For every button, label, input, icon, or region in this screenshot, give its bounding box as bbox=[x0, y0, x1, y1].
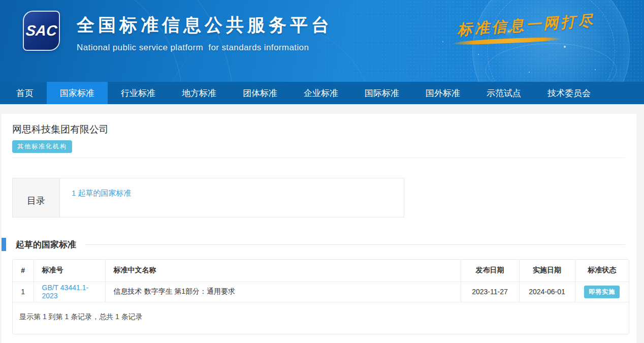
table-header-row: # 标准号 标准中文名称 发布日期 实施日期 标准状态 bbox=[13, 260, 629, 282]
content-card: 网思科技集团有限公司 其他标准化机构 目录 1 起草的国家标准 起草的国家标准 … bbox=[2, 114, 636, 343]
nav-item-international-standards[interactable]: 国际标准 bbox=[351, 82, 412, 104]
site-header: SAC 全国标准信息公共服务平台 National public service… bbox=[0, 0, 644, 82]
site-title: 全国标准信息公共服务平台 bbox=[77, 13, 333, 37]
publish-date: 2023-11-27 bbox=[461, 282, 519, 302]
nav-item-local-standards[interactable]: 地方标准 bbox=[169, 82, 230, 104]
section-title: 起草的国家标准 bbox=[16, 239, 76, 251]
column-header-status: 标准状态 bbox=[575, 260, 629, 282]
sac-logo[interactable]: SAC bbox=[23, 11, 60, 51]
column-header-publish-date: 发布日期 bbox=[461, 260, 519, 282]
nav-item-pilot-demo[interactable]: 示范试点 bbox=[473, 82, 534, 104]
table-row: 1 GB/T 43441.1-2023 信息技术 数字孪生 第1部分：通用要求 … bbox=[13, 282, 629, 302]
column-header-index: # bbox=[13, 260, 34, 282]
status-badge: 即将实施 bbox=[584, 286, 620, 298]
standards-table: # 标准号 标准中文名称 发布日期 实施日期 标准状态 1 GB/T 43441… bbox=[13, 260, 629, 302]
org-name: 网思科技集团有限公司 bbox=[12, 123, 632, 136]
nav-item-technical-committee[interactable]: 技术委员会 bbox=[534, 82, 604, 104]
column-header-std-no: 标准号 bbox=[34, 260, 105, 282]
section-marker-icon bbox=[2, 238, 6, 251]
toc-link-drafted-national-standards[interactable]: 1 起草的国家标准 bbox=[72, 189, 132, 197]
nav-item-group-standards[interactable]: 团体标准 bbox=[230, 82, 291, 104]
toc-label: 目录 bbox=[13, 178, 60, 217]
sac-logo-text: SAC bbox=[25, 22, 58, 39]
nav-item-foreign-standards[interactable]: 国外标准 bbox=[412, 82, 473, 104]
row-index: 1 bbox=[13, 282, 34, 302]
column-header-cn-name: 标准中文名称 bbox=[105, 260, 461, 282]
nav-item-home[interactable]: 首页 bbox=[3, 82, 47, 104]
standard-cn-name: 信息技术 数字孪生 第1部分：通用要求 bbox=[105, 282, 461, 302]
nav-item-national-standards[interactable]: 国家标准 bbox=[47, 82, 108, 104]
nav-item-enterprise-standards[interactable]: 企业标准 bbox=[291, 82, 351, 104]
record-count-summary: 显示第 1 到第 1 条记录，总共 1 条记录 bbox=[13, 302, 629, 334]
org-type-badge: 其他标准化机构 bbox=[12, 140, 72, 153]
site-slogan: 标准信息一网打尽 bbox=[457, 11, 596, 41]
toc-box: 目录 1 起草的国家标准 bbox=[12, 178, 404, 217]
column-header-implement-date: 实施日期 bbox=[519, 260, 575, 282]
site-subtitle: National public service platform for sta… bbox=[77, 43, 333, 53]
implement-date: 2024-06-01 bbox=[519, 282, 575, 302]
main-nav: 首页 国家标准 行业标准 地方标准 团体标准 企业标准 国际标准 国外标准 示范… bbox=[0, 82, 644, 104]
section-header: 起草的国家标准 bbox=[2, 237, 625, 252]
section-divider-line bbox=[85, 244, 625, 245]
standard-number-link[interactable]: GB/T 43441.1-2023 bbox=[42, 284, 89, 300]
divider bbox=[12, 158, 625, 158]
nav-item-industry-standards[interactable]: 行业标准 bbox=[108, 82, 169, 104]
standards-table-container: # 标准号 标准中文名称 发布日期 实施日期 标准状态 1 GB/T 43441… bbox=[12, 259, 629, 334]
